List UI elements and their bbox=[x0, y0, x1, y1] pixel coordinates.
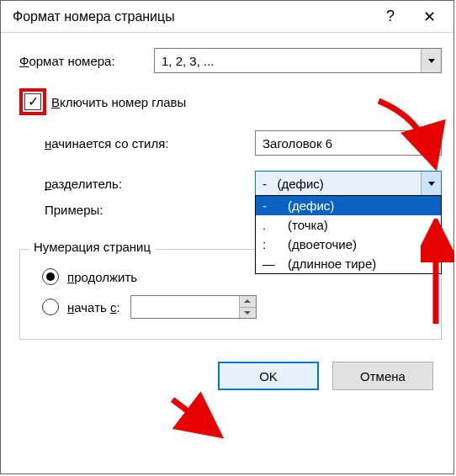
chevron-down-icon bbox=[428, 141, 435, 145]
dialog-window: Формат номера страницы ? ✕ Формат номера… bbox=[0, 0, 454, 474]
separator-row: разделитель: - (дефис) -(дефис) .(точка)… bbox=[45, 171, 442, 196]
startat-radio[interactable] bbox=[42, 299, 59, 315]
separator-select[interactable]: - (дефис) bbox=[255, 171, 442, 196]
dialog-body: Формат номера: 1, 2, 3, ... ✓ Включить н… bbox=[1, 33, 453, 402]
continue-label: продолжить bbox=[67, 270, 137, 284]
chevron-down-icon bbox=[428, 59, 435, 63]
spin-down-button[interactable] bbox=[240, 308, 256, 319]
separator-option[interactable]: :(двоеточие) bbox=[256, 235, 441, 254]
separator-value: - (дефис) bbox=[256, 177, 421, 191]
close-icon: ✕ bbox=[423, 8, 436, 26]
starts-with-dropdown-button[interactable] bbox=[421, 131, 441, 155]
ok-button[interactable]: OK bbox=[218, 362, 319, 390]
check-icon: ✓ bbox=[28, 95, 39, 108]
starts-with-label: начинается со стиля: bbox=[45, 136, 255, 151]
include-chapter-row: ✓ Включить номер главы bbox=[19, 88, 442, 115]
chevron-up-icon bbox=[244, 299, 251, 303]
numbering-group-title: Нумерация страниц bbox=[29, 240, 156, 254]
format-dropdown-button[interactable] bbox=[421, 49, 441, 72]
format-value: 1, 2, 3, ... bbox=[155, 54, 421, 68]
separator-select-wrap: - (дефис) -(дефис) .(точка) :(двоеточие)… bbox=[255, 171, 442, 196]
chevron-down-icon bbox=[428, 182, 435, 186]
dialog-title: Формат номера страницы bbox=[13, 9, 371, 24]
startat-label: начать с: bbox=[67, 300, 120, 315]
format-label: Формат номера: bbox=[19, 54, 154, 68]
startat-spinbox[interactable] bbox=[130, 295, 257, 319]
starts-with-row: начинается со стиля: Заголовок 6 bbox=[45, 130, 442, 156]
checkbox-highlight: ✓ bbox=[19, 88, 46, 115]
help-icon: ? bbox=[386, 8, 395, 25]
separator-option[interactable]: -(дефис) bbox=[256, 196, 441, 215]
starts-with-value: Заголовок 6 bbox=[256, 136, 421, 151]
include-chapter-label: Включить номер главы bbox=[51, 95, 186, 109]
spin-buttons bbox=[239, 296, 256, 318]
examples-label: Примеры: bbox=[45, 203, 255, 217]
starts-with-select[interactable]: Заголовок 6 bbox=[255, 130, 442, 156]
help-button[interactable]: ? bbox=[371, 4, 410, 29]
cancel-button[interactable]: Отмена bbox=[332, 362, 433, 390]
format-select[interactable]: 1, 2, 3, ... bbox=[154, 48, 442, 73]
separator-option[interactable]: —(длинное тире) bbox=[256, 254, 441, 273]
chevron-down-icon bbox=[244, 311, 251, 315]
include-chapter-checkbox[interactable]: ✓ bbox=[24, 93, 41, 110]
separator-dropdown-list: -(дефис) .(точка) :(двоеточие) —(длинное… bbox=[255, 195, 442, 274]
titlebar: Формат номера страницы ? ✕ bbox=[1, 1, 453, 33]
separator-dropdown-button[interactable] bbox=[421, 172, 441, 195]
radio-dot-icon bbox=[46, 272, 55, 281]
continue-radio[interactable] bbox=[42, 268, 59, 285]
startat-radio-row: начать с: bbox=[42, 295, 431, 319]
button-row: OK Отмена bbox=[19, 362, 442, 390]
spin-up-button[interactable] bbox=[240, 296, 256, 308]
startat-value[interactable] bbox=[131, 296, 239, 318]
separator-label: разделитель: bbox=[45, 177, 255, 191]
close-button[interactable]: ✕ bbox=[410, 4, 448, 29]
format-row: Формат номера: 1, 2, 3, ... bbox=[19, 48, 442, 73]
separator-option[interactable]: .(точка) bbox=[256, 215, 441, 235]
